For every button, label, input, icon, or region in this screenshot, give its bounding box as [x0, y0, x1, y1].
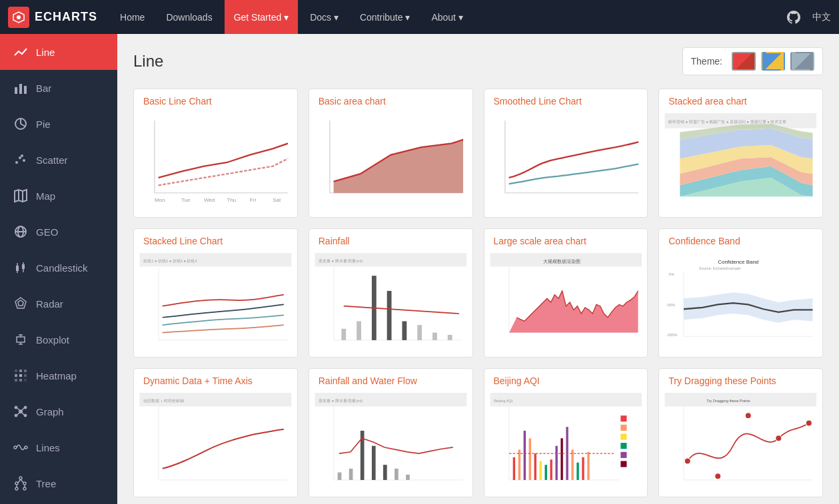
chart-card-stacked-area[interactable]: Stacked area chart 邮件营销 ● 联盟广告 ● 视频广告 ● … [658, 89, 823, 218]
svg-point-1 [17, 15, 21, 19]
sidebar-label-radar: Radar [36, 298, 63, 310]
nav-about[interactable]: About ▾ [422, 0, 472, 34]
svg-rect-140 [528, 438, 530, 480]
chart-title-basic-area: Basic area chart [309, 89, 472, 111]
svg-rect-125 [395, 469, 399, 480]
main-content: Line Theme: Basic Line Chart Mon [117, 34, 839, 504]
page-title: Line [133, 52, 163, 71]
sidebar-item-heatmap[interactable]: Heatmap [0, 358, 117, 393]
chart-title-basic-line: Basic Line Chart [134, 89, 297, 111]
sidebar-item-tree[interactable]: Tree [0, 465, 117, 501]
sidebar-item-scatter[interactable]: Scatter [0, 142, 117, 178]
svg-rect-34 [24, 370, 27, 372]
svg-point-56 [23, 487, 26, 490]
line-icon [13, 45, 28, 59]
heatmap-icon [13, 368, 28, 383]
chart-preview-smoothed-line [484, 111, 648, 217]
nav-language[interactable]: 中文 [812, 11, 831, 23]
chart-preview-confidence-band: Confidence Band Source: EchartsExample 5… [659, 250, 822, 357]
svg-text:Beijing AQI: Beijing AQI [494, 399, 513, 403]
content-header: Line Theme: [133, 47, 823, 75]
sidebar-item-bar[interactable]: Bar [0, 70, 117, 106]
svg-rect-137 [512, 457, 514, 480]
svg-rect-149 [576, 463, 578, 480]
svg-line-48 [17, 413, 20, 415]
svg-rect-139 [523, 431, 525, 480]
chart-card-stacked-line[interactable]: Stacked Line Chart 折线1 ● 折线2 ● 折线3 ● 折线4 [133, 228, 298, 358]
chart-preview-rainfall: 蒸发量 ● 降水量 雨量(ml) [309, 250, 472, 357]
svg-point-44 [15, 414, 17, 417]
chart-preview-beijing-aqi: Beijing AQI [484, 390, 648, 497]
sidebar-item-candlestick[interactable]: Candlestick [0, 250, 117, 286]
sidebar: Line Bar Pie Scatter Map [0, 34, 117, 504]
nav-home[interactable]: Home [111, 0, 154, 34]
theme-swatch-gray[interactable] [790, 52, 814, 71]
svg-rect-148 [571, 449, 573, 480]
svg-rect-40 [24, 379, 27, 381]
chart-card-smoothed-line[interactable]: Smoothed Line Chart [484, 89, 648, 218]
chart-card-rainfall-water[interactable]: Rainfall and Water Flow 蒸发量 ● 降水量 雨量(ml) [309, 368, 473, 497]
sidebar-label-boxplot: Boxplot [36, 334, 69, 346]
svg-rect-36 [19, 374, 22, 377]
sidebar-item-line[interactable]: Line [0, 34, 117, 70]
svg-rect-144 [550, 459, 552, 480]
sidebar-item-pie[interactable]: Pie [0, 106, 117, 142]
chart-preview-rainfall-water: 蒸发量 ● 降水量 雨量(ml) [309, 390, 472, 497]
svg-line-57 [18, 479, 21, 483]
sidebar-label-scatter: Scatter [36, 154, 68, 166]
sidebar-item-graph[interactable]: Graph [0, 393, 117, 429]
chart-card-basic-area[interactable]: Basic area chart [309, 89, 473, 218]
nav-get-started[interactable]: Get Started ▾ [225, 0, 298, 34]
svg-rect-3 [19, 84, 22, 94]
svg-marker-24 [15, 298, 26, 308]
chart-card-rainfall[interactable]: Rainfall 蒸发量 ● 降水量 雨量(ml) [309, 228, 473, 358]
sidebar-item-boxplot[interactable]: Boxplot [0, 322, 117, 358]
svg-text:Try Dragging these Points: Try Dragging these Points [706, 399, 750, 403]
svg-rect-94 [402, 321, 407, 340]
boxplot-icon [13, 332, 28, 347]
chart-card-basic-line[interactable]: Basic Line Chart Mon Tue Wed Thu Fri Sat [133, 89, 298, 218]
svg-text:蒸发量 ● 降水量 雨量(ml): 蒸发量 ● 降水量 雨量(ml) [319, 399, 363, 403]
pie-icon [13, 117, 28, 131]
nav-items: Home Downloads Get Started ▾ Docs ▾ Cont… [111, 0, 786, 34]
svg-rect-91 [357, 321, 361, 340]
svg-rect-143 [544, 465, 546, 480]
svg-line-49 [22, 413, 25, 415]
github-icon[interactable] [786, 9, 802, 25]
theme-swatch-blue[interactable] [761, 52, 785, 71]
chart-card-confidence-band[interactable]: Confidence Band Confidence Band Source: … [658, 228, 823, 358]
chart-card-large-area[interactable]: Large scale area chart 大规模数据渲染图 [484, 228, 648, 358]
sidebar-item-lines[interactable]: Lines [0, 429, 117, 465]
chart-preview-stacked-area: 邮件营销 ● 联盟广告 ● 视频广告 ● 直接访问 ● 搜索引擎 ● 技术文章 [659, 111, 822, 217]
svg-rect-138 [518, 449, 520, 480]
chart-grid: Basic Line Chart Mon Tue Wed Thu Fri Sat [133, 89, 823, 497]
nav-downloads[interactable]: Downloads [157, 0, 221, 34]
tree-icon [13, 476, 28, 491]
svg-rect-39 [19, 379, 22, 381]
nav-contribute[interactable]: Contribute ▾ [351, 0, 419, 34]
svg-point-11 [21, 154, 23, 157]
sidebar-item-geo[interactable]: GEO [0, 214, 117, 250]
nav-docs[interactable]: Docs ▾ [301, 0, 348, 34]
svg-rect-4 [24, 86, 27, 94]
svg-rect-97 [448, 335, 452, 340]
svg-rect-18 [16, 266, 19, 271]
sidebar-item-map[interactable]: Map [0, 178, 117, 214]
logo-text: ECHARTS [35, 10, 97, 24]
svg-marker-71 [333, 140, 462, 193]
chart-title-stacked-line: Stacked Line Chart [134, 229, 297, 250]
theme-swatch-default[interactable] [732, 52, 756, 71]
chart-preview-basic-line: Mon Tue Wed Thu Fri Sat [134, 111, 297, 217]
nav-logo[interactable]: ECHARTS [8, 7, 97, 28]
svg-point-45 [24, 414, 27, 417]
chart-card-beijing-aqi[interactable]: Beijing AQI Beijing AQI [484, 368, 648, 497]
sidebar-item-radar[interactable]: Radar [0, 286, 117, 322]
svg-point-157 [684, 458, 690, 464]
svg-text:Confidence Band: Confidence Band [718, 259, 758, 265]
chart-card-drag-points[interactable]: Try Dragging these Points Try Dragging t… [658, 368, 823, 497]
chart-card-dynamic-time[interactable]: Dynamic Data + Time Axis 动态数据 + 时间坐标轴 [133, 368, 298, 497]
sidebar-label-line: Line [36, 47, 55, 58]
sidebar-label-pie: Pie [36, 119, 51, 130]
svg-line-7 [21, 124, 25, 126]
lines-icon [13, 440, 28, 455]
